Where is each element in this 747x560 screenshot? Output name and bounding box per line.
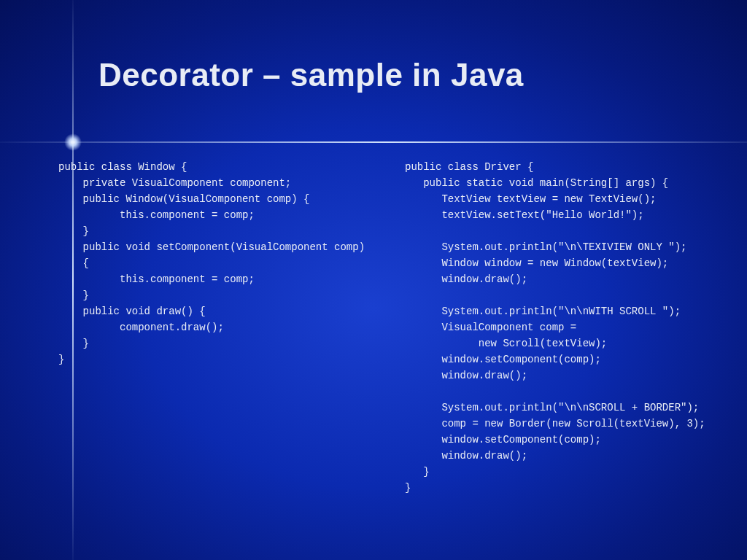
- flare-decoration: [73, 142, 74, 143]
- code-block-driver: public class Driver { public static void…: [405, 159, 726, 496]
- slide: Decorator – sample in Java public class …: [0, 0, 747, 560]
- slide-title: Decorator – sample in Java: [98, 57, 524, 93]
- code-block-window: public class Window { private VisualComp…: [58, 159, 387, 368]
